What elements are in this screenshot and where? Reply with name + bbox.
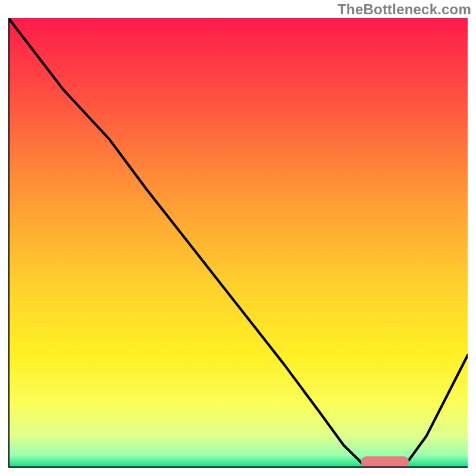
gradient-background: [8, 18, 468, 468]
chart-stage: TheBottleneck.com: [0, 0, 476, 476]
plot-area: [8, 18, 468, 468]
watermark-text: TheBottleneck.com: [337, 1, 471, 18]
bottleneck-chart: [8, 18, 468, 468]
